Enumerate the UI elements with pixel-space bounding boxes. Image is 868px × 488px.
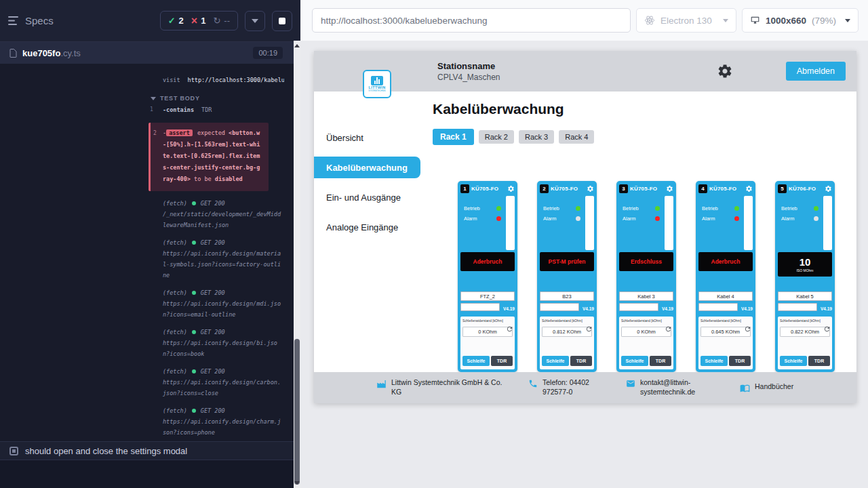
schleife-button[interactable]: Schleife (701, 356, 728, 366)
card-gear-icon[interactable] (507, 185, 515, 192)
refresh-icon[interactable] (665, 325, 672, 333)
rack-tab[interactable]: Rack 4 (559, 130, 594, 144)
nav-item[interactable]: Übersicht (314, 127, 420, 148)
fetch-log-entry[interactable]: (fetch)GET 200 https://api.iconify.desig… (0, 327, 284, 359)
resistance-value: 0 KOhm (621, 327, 671, 337)
refresh-icon[interactable] (744, 325, 751, 333)
betrieb-indicator: Betrieb (781, 205, 818, 211)
card-gear-icon[interactable] (587, 185, 594, 192)
resistance-label: Schleifenwiderstand [kOhm] (701, 319, 751, 323)
tdr-button[interactable]: TDR (808, 356, 830, 366)
alarm-indicator: Alarm (702, 216, 739, 222)
command-visit[interactable]: visithttp://localhost:3000/kabelueberwac… (0, 75, 284, 85)
scrollbar-up-arrow[interactable] (294, 44, 300, 47)
footer-manuals[interactable]: Handbücher (740, 382, 793, 393)
rack-tab[interactable]: Rack 2 (479, 130, 514, 144)
cards-row: 1 KÜ705-FO Betrieb Alarm Aderbruch FTZ_2… (458, 181, 856, 372)
logout-button[interactable]: Abmelden (786, 62, 846, 81)
card-indicator-strip (506, 196, 515, 250)
resistance-panel: Schleifenwiderstand [kOhm] 0 KOhm Schlei… (619, 317, 673, 369)
test-stats: ✓2 ×1 ↻-- (160, 11, 238, 30)
refresh-icon[interactable] (823, 325, 831, 333)
nav-item[interactable]: Kabelüberwachung (314, 157, 420, 178)
footer-email: kontakt@littwin-systemtechnik.de (626, 378, 722, 396)
app-nav: ÜbersichtKabelüberwachungEin- und Ausgän… (314, 92, 420, 403)
nav-item[interactable]: Ein- und Ausgänge (314, 186, 420, 208)
resistance-panel: Schleifenwiderstand [kOhm] 0.645 KOhm Sc… (698, 317, 753, 369)
command-contains[interactable]: 1 -containsTDR (0, 104, 284, 115)
test-body-section[interactable]: TEST BODY (0, 94, 284, 102)
betrieb-indicator: Betrieb (623, 205, 660, 211)
fetch-log-entry[interactable]: (fetch)GET 200 /_next/static/development… (0, 198, 284, 230)
stop-button[interactable] (272, 11, 292, 31)
alarm-led (814, 216, 818, 221)
chevron-down-icon (845, 19, 850, 22)
betrieb-led (655, 206, 660, 211)
scrollbar-thumb[interactable] (294, 339, 300, 485)
schleife-button[interactable]: Schleife (621, 356, 648, 366)
tdr-button[interactable]: TDR (491, 356, 513, 366)
next-test-row[interactable]: should open and close the settings modal (0, 441, 300, 460)
electron-icon (644, 15, 655, 26)
stat-failed: ×1 (191, 16, 206, 26)
schleife-button[interactable]: Schleife (542, 356, 569, 366)
card-gear-icon[interactable] (666, 185, 673, 192)
resistance-value: 0.812 KOhm (542, 327, 592, 337)
card-model: KÜ705-FO (471, 186, 498, 192)
rack-tabs: Rack 1Rack 2Rack 3Rack 4 (433, 129, 856, 145)
spec-row[interactable]: kue705fo.cy.ts 00:19 (0, 42, 300, 64)
alarm-led (655, 216, 660, 221)
nav-item[interactable]: Analoge Eingänge (314, 216, 420, 238)
card-gear-icon[interactable] (745, 185, 753, 192)
resistance-value: 0.645 KOhm (701, 327, 751, 337)
command-assert-failed[interactable]: 2-assert expected <button.w-[50%].h-[1.5… (149, 123, 269, 191)
fetch-log-entry[interactable]: (fetch)GET 200 https://api.iconify.desig… (0, 405, 284, 438)
browser-select[interactable]: Electron 130 (636, 8, 736, 33)
tdr-button[interactable]: TDR (570, 356, 592, 366)
collapse-runs-button[interactable] (245, 11, 265, 31)
pending-count: -- (224, 16, 230, 26)
resistance-label: Schleifenwiderstand [kOhm] (462, 319, 513, 323)
panel-footer-area (0, 460, 300, 488)
spec-name: kue705fo.cy.ts (22, 48, 81, 58)
rack-tab[interactable]: Rack 1 (433, 129, 474, 145)
settings-gear-icon[interactable] (717, 63, 733, 79)
assert-badge: assert (166, 129, 193, 136)
refresh-icon[interactable] (585, 325, 593, 333)
aut-stage: Electron 130 1000x660 (79%) LITTWIN SYST… (300, 0, 868, 488)
card-gear-icon[interactable] (825, 185, 832, 192)
betrieb-led (814, 206, 818, 211)
specs-list-icon[interactable] (8, 16, 18, 25)
schleife-button[interactable]: Schleife (780, 356, 807, 366)
alarm-indicator: Alarm (623, 216, 660, 222)
refresh-icon[interactable] (506, 325, 513, 333)
footer-company: Littwin Systemtechnik GmbH & Co. KG (376, 378, 511, 396)
version-box (460, 303, 500, 311)
failed-count: 1 (201, 16, 205, 26)
passed-count: 2 (179, 16, 184, 26)
tdr-button[interactable]: TDR (650, 356, 671, 366)
tdr-button[interactable]: TDR (729, 356, 751, 366)
scrollbar[interactable] (294, 41, 300, 488)
fetch-log-entry[interactable]: (fetch)GET 200 https://api.iconify.desig… (0, 287, 284, 320)
cross-icon: × (191, 16, 197, 25)
version-box (619, 303, 658, 311)
success-dot-icon (192, 409, 196, 413)
app-main: Kabelüberwachung Rack 1Rack 2Rack 3Rack … (420, 92, 856, 403)
check-icon: ✓ (168, 16, 176, 26)
version-box (540, 303, 579, 311)
resistance-label: Schleifenwiderstand [kOhm] (542, 319, 592, 323)
viewport-select[interactable]: 1000x660 (79%) (742, 8, 859, 33)
chevron-down-icon (252, 19, 258, 23)
cypress-header: Specs ✓2 ×1 ↻-- (0, 0, 300, 42)
alarm-indicator: Alarm (543, 216, 580, 222)
spec-file-icon (9, 49, 17, 58)
url-input[interactable] (312, 8, 631, 33)
schleife-button[interactable]: Schleife (462, 356, 490, 366)
fetch-log-entry[interactable]: (fetch)GET 200 https://api.iconify.desig… (0, 237, 284, 281)
fetch-log-entry[interactable]: (fetch)GET 200 https://api.iconify.desig… (0, 366, 284, 399)
card-model: KÜ705-FO (709, 186, 736, 192)
scrollbar-down-arrow[interactable] (294, 481, 300, 485)
rack-tab[interactable]: Rack 3 (519, 130, 554, 144)
card-model: KÜ705-FO (630, 186, 657, 192)
